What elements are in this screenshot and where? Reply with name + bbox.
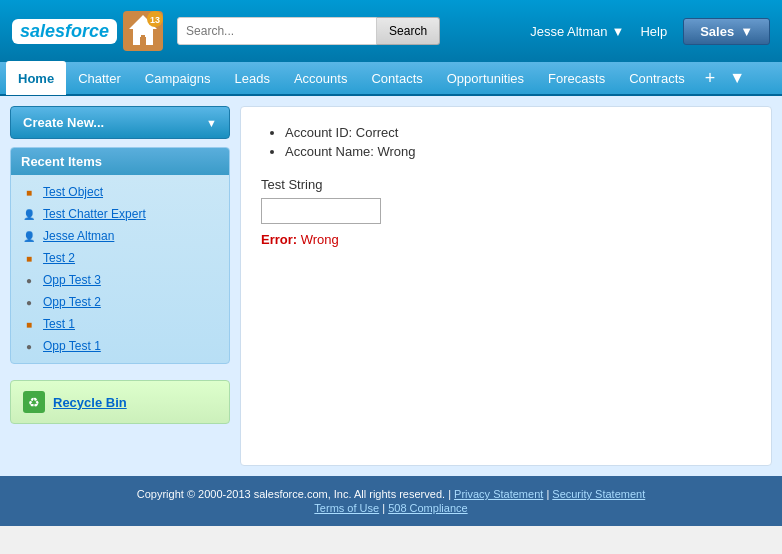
house-icon: 13: [121, 9, 165, 53]
nav-item-accounts[interactable]: Accounts: [282, 61, 359, 95]
bullet-item: Account ID: Correct: [285, 123, 751, 142]
header: salesforce 13 Search Jesse Altman ▼ Help…: [0, 0, 782, 62]
recent-item-link[interactable]: Test 1: [43, 317, 75, 331]
security-statement-link[interactable]: Security Statement: [552, 488, 645, 500]
circle-icon: ●: [21, 338, 37, 354]
house-icon-area: 13: [121, 9, 165, 53]
nav-item-opportunities[interactable]: Opportunities: [435, 61, 536, 95]
list-item: ■ Test Object: [19, 181, 221, 203]
508-compliance-link[interactable]: 508 Compliance: [388, 502, 468, 514]
content-area: Account ID: Correct Account Name: Wrong …: [240, 106, 772, 466]
circle-icon: ●: [21, 294, 37, 310]
person-icon: 👤: [21, 206, 37, 222]
error-value: Wrong: [301, 232, 339, 247]
list-item: ■ Test 1: [19, 313, 221, 335]
sidebar: Create New... ▼ Recent Items ■ Test Obje…: [10, 106, 230, 466]
search-input[interactable]: [177, 17, 377, 45]
nav-add-icon[interactable]: +: [697, 68, 724, 89]
logo-area: salesforce 13: [12, 9, 165, 53]
recent-item-link[interactable]: Opp Test 3: [43, 273, 101, 287]
gear-icon: ■: [21, 250, 37, 266]
nav-item-contracts[interactable]: Contracts: [617, 61, 697, 95]
recycle-bin-label: Recycle Bin: [53, 395, 127, 410]
help-link[interactable]: Help: [640, 24, 667, 39]
recent-item-link[interactable]: Opp Test 1: [43, 339, 101, 353]
recent-item-link[interactable]: Test Object: [43, 185, 103, 199]
salesforce-logo: salesforce: [12, 19, 117, 44]
cube-icon: ■: [21, 184, 37, 200]
recycle-bin-box[interactable]: ♻ Recycle Bin: [10, 380, 230, 424]
list-item: ■ Test 2: [19, 247, 221, 269]
list-item: ● Opp Test 2: [19, 291, 221, 313]
user-dropdown-icon: ▼: [612, 24, 625, 39]
user-name[interactable]: Jesse Altman ▼: [530, 24, 624, 39]
recent-item-link[interactable]: Test 2: [43, 251, 75, 265]
recent-items-box: Recent Items ■ Test Object 👤 Test Chatte…: [10, 147, 230, 364]
recent-item-link[interactable]: Jesse Altman: [43, 229, 114, 243]
nav-item-leads[interactable]: Leads: [223, 61, 282, 95]
app-switcher-button[interactable]: Sales ▼: [683, 18, 770, 45]
list-item: ● Opp Test 1: [19, 335, 221, 357]
circle-icon: ●: [21, 272, 37, 288]
error-text: Error: Wrong: [261, 232, 751, 247]
logo-text: salesforce: [20, 21, 109, 42]
list-item: 👤 Test Chatter Expert: [19, 203, 221, 225]
footer: Copyright © 2000-2013 salesforce.com, In…: [0, 476, 782, 526]
footer-links: Terms of Use | 508 Compliance: [10, 502, 772, 514]
terms-of-use-link[interactable]: Terms of Use: [314, 502, 379, 514]
recent-item-link[interactable]: Test Chatter Expert: [43, 207, 146, 221]
recent-items-list: ■ Test Object 👤 Test Chatter Expert 👤 Je…: [11, 175, 229, 363]
test-string-label: Test String: [261, 177, 751, 192]
nav-item-home[interactable]: Home: [6, 61, 66, 95]
recent-items-header: Recent Items: [11, 148, 229, 175]
search-button[interactable]: Search: [377, 17, 440, 45]
footer-copyright: Copyright © 2000-2013 salesforce.com, In…: [10, 488, 772, 500]
bullet-item: Account Name: Wrong: [285, 142, 751, 161]
nav-item-chatter[interactable]: Chatter: [66, 61, 133, 95]
header-right: Jesse Altman ▼ Help Sales ▼: [530, 18, 770, 45]
nav-more-icon[interactable]: ▼: [723, 69, 751, 87]
create-new-chevron-icon: ▼: [206, 117, 217, 129]
list-item: 👤 Jesse Altman: [19, 225, 221, 247]
gear-icon: ■: [21, 316, 37, 332]
create-new-button[interactable]: Create New... ▼: [10, 106, 230, 139]
recent-item-link[interactable]: Opp Test 2: [43, 295, 101, 309]
test-string-input[interactable]: [261, 198, 381, 224]
list-item: ● Opp Test 3: [19, 269, 221, 291]
svg-text:13: 13: [150, 15, 160, 25]
person-icon: 👤: [21, 228, 37, 244]
error-label: Error:: [261, 232, 297, 247]
nav-item-forecasts[interactable]: Forecasts: [536, 61, 617, 95]
recycle-bin-icon: ♻: [23, 391, 45, 413]
search-area: Search: [177, 17, 457, 45]
content-bullets: Account ID: Correct Account Name: Wrong: [261, 123, 751, 161]
nav-item-contacts[interactable]: Contacts: [359, 61, 434, 95]
app-chevron-icon: ▼: [740, 24, 753, 39]
nav-item-campaigns[interactable]: Campaigns: [133, 61, 223, 95]
privacy-statement-link[interactable]: Privacy Statement: [454, 488, 543, 500]
main-layout: Create New... ▼ Recent Items ■ Test Obje…: [0, 96, 782, 476]
nav-bar: Home Chatter Campaigns Leads Accounts Co…: [0, 62, 782, 96]
svg-rect-2: [140, 37, 146, 45]
